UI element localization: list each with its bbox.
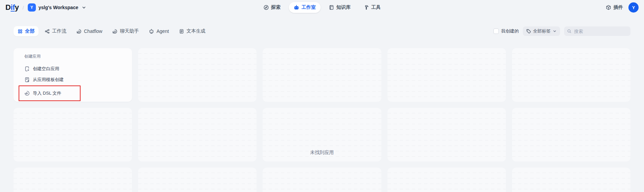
create-from-template-button[interactable]: 从应用模板创建 [24, 74, 125, 85]
studio-robot-icon [293, 5, 299, 11]
nav-item-tools[interactable]: 工具 [359, 2, 385, 13]
text-generation-icon [179, 29, 184, 34]
plugins-button[interactable]: 插件 [606, 4, 623, 11]
search-box[interactable] [564, 26, 630, 36]
filter-bar: 全部 工作流 Chatflow 聊天助手 Agent 文本生成 我创建的 [0, 26, 644, 36]
tab-all[interactable]: 全部 [14, 26, 39, 36]
create-option-label: 导入 DSL 文件 [33, 90, 61, 96]
tools-hammer-icon [363, 5, 369, 10]
nav-item-studio[interactable]: 工作室 [289, 2, 320, 13]
placeholder-card [138, 48, 257, 102]
created-by-me-label: 我创建的 [501, 28, 519, 34]
nav-label: 工作室 [302, 4, 316, 11]
tab-label: 聊天助手 [120, 28, 139, 34]
plugins-label: 插件 [614, 4, 623, 11]
template-file-icon [24, 77, 30, 82]
placeholder-card [263, 48, 381, 102]
create-app-title: 创建应用 [24, 54, 125, 59]
nav-label: 工具 [371, 4, 381, 11]
placeholder-card [387, 108, 506, 161]
placeholder-card [14, 168, 132, 192]
tab-chat-assistant[interactable]: 聊天助手 [108, 26, 143, 36]
chat-assistant-icon [112, 29, 117, 34]
workspace-selector[interactable]: Y yslg's Workspace [28, 3, 86, 12]
breadcrumb-separator: / [23, 5, 24, 11]
app-grid: 创建应用 创建空白应用 从应用模板创建 导入 DSL 文件 [0, 48, 644, 192]
plugin-box-icon [606, 5, 611, 10]
tab-label: Chatflow [84, 28, 102, 34]
create-app-card: 创建应用 创建空白应用 从应用模板创建 导入 DSL 文件 [14, 48, 132, 102]
nav-item-explore[interactable]: 探索 [259, 2, 285, 13]
workspace-name: yslg's Workspace [39, 5, 78, 10]
tab-label: 文本生成 [186, 28, 205, 34]
import-dsl-highlight-box: 导入 DSL 文件 [19, 85, 81, 101]
nav-label: 探索 [271, 4, 281, 11]
header-right: 插件 Y [606, 2, 639, 13]
logo-part-y: y [15, 3, 19, 12]
explore-icon [263, 5, 269, 10]
search-icon [567, 29, 572, 34]
tag-icon [526, 29, 531, 34]
top-header: Dify / Y yslg's Workspace 探索 工作室 知识库 工具 … [0, 0, 644, 15]
placeholder-card [263, 168, 381, 192]
nav-label: 知识库 [336, 4, 351, 11]
dify-logo[interactable]: Dify [5, 3, 19, 12]
chevron-down-icon [82, 5, 86, 10]
create-blank-app-button[interactable]: 创建空白应用 [24, 63, 125, 74]
created-by-me-checkbox[interactable] [493, 28, 499, 34]
tab-label: 工作流 [52, 28, 66, 34]
placeholder-card [14, 108, 132, 161]
tab-workflow[interactable]: 工作流 [41, 26, 70, 36]
user-avatar[interactable]: Y [628, 2, 639, 13]
placeholder-card [512, 48, 630, 102]
placeholder-card [387, 168, 506, 192]
main-nav: 探索 工作室 知识库 工具 [259, 2, 385, 13]
tag-filter-label: 全部标签 [533, 28, 551, 34]
placeholder-card [512, 108, 630, 161]
import-dsl-button[interactable]: 导入 DSL 文件 [24, 90, 61, 96]
file-plus-icon [24, 66, 30, 72]
created-by-me-filter[interactable]: 我创建的 [493, 28, 519, 34]
tab-chatflow[interactable]: Chatflow [72, 26, 106, 36]
logo-part-d: D [5, 3, 10, 12]
create-option-label: 创建空白应用 [33, 66, 59, 72]
filter-right: 我创建的 全部标签 [493, 26, 630, 36]
app-type-tabs: 全部 工作流 Chatflow 聊天助手 Agent 文本生成 [14, 26, 209, 36]
chatflow-icon [76, 29, 82, 34]
placeholder-card [387, 48, 506, 102]
knowledge-book-icon [329, 5, 334, 10]
workspace-avatar: Y [28, 3, 36, 12]
chevron-down-icon [553, 29, 557, 33]
empty-state-message: 未找到应用 [310, 150, 334, 156]
logo-part-if: if [10, 3, 15, 12]
create-option-label: 从应用模板创建 [33, 77, 64, 83]
tab-agent[interactable]: Agent [145, 26, 173, 36]
tab-text-generation[interactable]: 文本生成 [175, 26, 209, 36]
placeholder-card [138, 168, 257, 192]
grid-apps-icon [18, 29, 23, 34]
import-dsl-icon [24, 91, 30, 96]
placeholder-card [138, 108, 257, 161]
workflow-icon [45, 29, 50, 34]
tab-label: 全部 [25, 28, 35, 34]
nav-item-knowledge[interactable]: 知识库 [324, 2, 355, 13]
placeholder-card [512, 168, 630, 192]
tab-label: Agent [156, 28, 169, 34]
search-input[interactable] [574, 28, 627, 34]
tag-filter-dropdown[interactable]: 全部标签 [523, 26, 560, 36]
agent-robot-icon [149, 29, 154, 34]
